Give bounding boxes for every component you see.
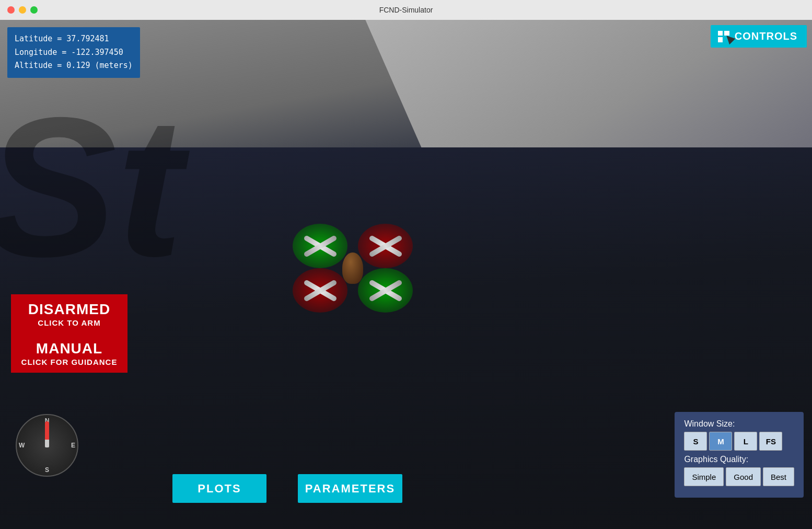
window-size-label: Window Size: xyxy=(684,419,794,429)
maximize-button[interactable] xyxy=(30,6,38,14)
controls-label: CONTROLS xyxy=(735,30,797,42)
compass-east: E xyxy=(71,442,75,449)
telemetry-panel: Latitude = 37.792481 Longitude = -122.39… xyxy=(7,27,140,78)
window-title: FCND-Simulator xyxy=(379,6,433,14)
close-button[interactable] xyxy=(7,6,15,14)
simulator-viewport: St Latitude = 37.792481 Longitude = -122… xyxy=(0,20,812,529)
mode-sub-label: CLICK FOR GUIDANCE xyxy=(11,358,127,366)
graphics-quality-section: Graphics Quality: Simple Good Best xyxy=(684,455,794,486)
watermark-text: St xyxy=(0,88,183,286)
altitude-value: Altitude = 0.129 (meters) xyxy=(15,59,133,73)
quality-good-button[interactable]: Good xyxy=(726,467,761,486)
mode-button[interactable]: MANUAL CLICK FOR GUIDANCE xyxy=(11,334,127,373)
compass-needle xyxy=(45,421,49,447)
rotor-bottom-left xyxy=(293,268,347,313)
window-size-buttons: S M L FS xyxy=(684,432,794,451)
rotor-top-right xyxy=(358,224,413,268)
rotor-top-left xyxy=(293,224,347,268)
graphics-quality-label: Graphics Quality: xyxy=(684,455,794,464)
arm-button[interactable]: DISARMED CLICK TO ARM xyxy=(11,294,127,334)
quality-buttons: Simple Good Best xyxy=(684,467,794,486)
settings-panel: Window Size: S M L FS Graphics Quality: … xyxy=(675,412,804,498)
titlebar: FCND-Simulator xyxy=(0,0,812,20)
longitude-value: Longitude = -122.397450 xyxy=(15,46,133,60)
quality-best-button[interactable]: Best xyxy=(763,467,794,486)
parameters-button[interactable]: PARAMETERS xyxy=(298,474,402,503)
mode-status: MANUAL xyxy=(11,340,127,358)
minimize-button[interactable] xyxy=(19,6,26,14)
drone-body xyxy=(342,252,363,284)
window-size-section: Window Size: S M L FS xyxy=(684,419,794,451)
compass-circle: N S E W xyxy=(16,414,78,477)
compass: N S E W xyxy=(16,414,78,477)
arm-sub-label: CLICK TO ARM xyxy=(11,318,127,327)
compass-south: S xyxy=(45,466,49,474)
size-l-button[interactable]: L xyxy=(734,432,757,451)
size-fs-button[interactable]: FS xyxy=(759,432,782,451)
size-s-button[interactable]: S xyxy=(684,432,707,451)
plots-button[interactable]: PLOTS xyxy=(172,474,266,503)
drone-model xyxy=(293,224,413,313)
arm-status: DISARMED xyxy=(11,301,127,318)
compass-west: W xyxy=(19,442,25,449)
rotor-bottom-right xyxy=(358,268,413,313)
latitude-value: Latitude = 37.792481 xyxy=(15,32,133,46)
quality-simple-button[interactable]: Simple xyxy=(684,467,724,486)
size-m-button[interactable]: M xyxy=(709,432,732,451)
